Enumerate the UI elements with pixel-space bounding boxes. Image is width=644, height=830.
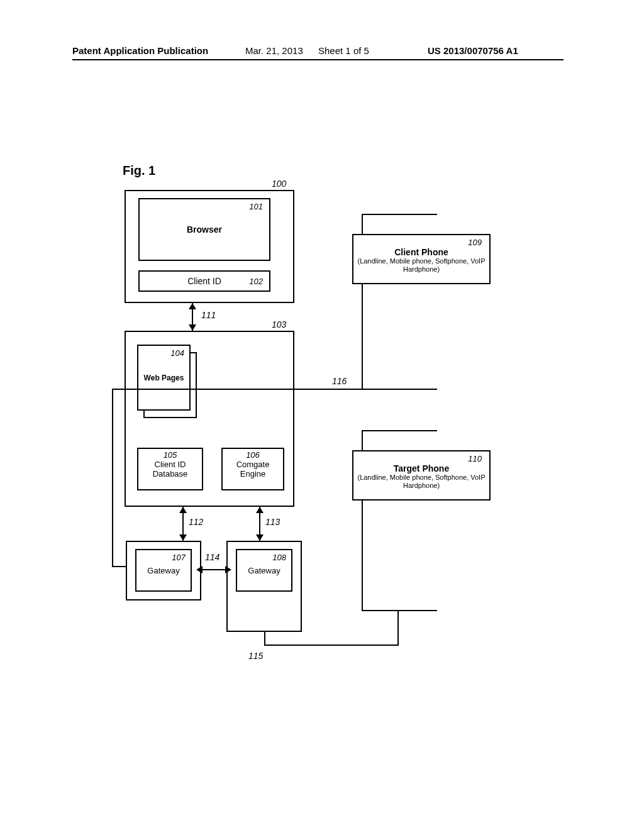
ref-109: 109 <box>357 238 486 247</box>
line-115-v1 <box>264 632 265 645</box>
ref-107: 107 <box>136 553 191 562</box>
label-client-phone-sub: (Landline, Mobile phone, Softphone, VoIP… <box>357 257 486 274</box>
label-gateway-a: Gateway <box>136 566 191 575</box>
label-client-id-db-1: Client ID <box>138 460 202 469</box>
label-target-phone-sub: (Landline, Mobile phone, Softphone, VoIP… <box>357 473 486 490</box>
arrow-114-right <box>225 566 231 573</box>
arrow-112-down <box>179 534 187 541</box>
arrow-113-up <box>256 507 264 513</box>
ref-101: 101 <box>249 202 263 211</box>
box-gateway-108: 108 Gateway <box>236 549 292 592</box>
arrow-112-up <box>179 507 187 513</box>
line-114 <box>201 569 226 570</box>
ref-108: 108 <box>237 553 291 562</box>
ref-106: 106 <box>223 450 283 460</box>
ref-113: 113 <box>265 517 280 527</box>
label-client-id: Client ID <box>187 276 221 286</box>
label-target-phone-title: Target Phone <box>357 463 486 473</box>
label-comgate-2: Engine <box>223 469 283 479</box>
label-browser: Browser <box>187 224 222 235</box>
diagram-canvas: 100 101 Browser Client ID 102 103 104 We… <box>0 0 644 830</box>
ref-102: 102 <box>249 277 263 286</box>
ref-100: 100 <box>272 179 286 189</box>
label-web-pages: Web Pages <box>144 374 184 382</box>
label-comgate-1: Comgate <box>223 460 283 469</box>
ref-111: 111 <box>201 310 216 320</box>
arrow-113-down <box>256 534 264 541</box>
ref-103: 103 <box>272 319 286 329</box>
ref-114: 114 <box>205 552 219 562</box>
box-client-id-db: 105 Client ID Database <box>137 448 203 490</box>
box-browser: 101 Browser <box>138 198 270 261</box>
box-target-phone: 110 Target Phone (Landline, Mobile phone… <box>352 450 491 501</box>
label-client-phone-title: Client Phone <box>357 247 486 257</box>
ref-105: 105 <box>138 450 202 460</box>
box-comgate-engine: 106 Comgate Engine <box>221 448 284 490</box>
arrow-114-left <box>196 566 203 573</box>
label-client-id-db-2: Database <box>138 469 202 479</box>
line-115-h <box>264 645 399 646</box>
ref-104: 104 <box>170 348 184 358</box>
ref-112: 112 <box>189 517 203 527</box>
box-gateway-107: 107 Gateway <box>135 549 192 592</box>
box-web-pages: 104 Web Pages <box>137 345 191 411</box>
line-116-v2 <box>113 566 126 567</box>
arrow-111-up <box>189 303 196 309</box>
box-client-phone: 109 Client Phone (Landline, Mobile phone… <box>352 234 491 284</box>
line-116-v1 <box>112 389 113 567</box>
arrow-111-down <box>189 324 196 331</box>
line-115-v2 <box>397 611 399 646</box>
ref-115: 115 <box>248 651 263 661</box>
ref-116: 116 <box>332 376 347 386</box>
line-116-h <box>112 389 397 390</box>
label-gateway-b: Gateway <box>237 566 291 575</box>
ref-110: 110 <box>357 454 486 463</box>
box-client-id: Client ID 102 <box>138 270 270 292</box>
